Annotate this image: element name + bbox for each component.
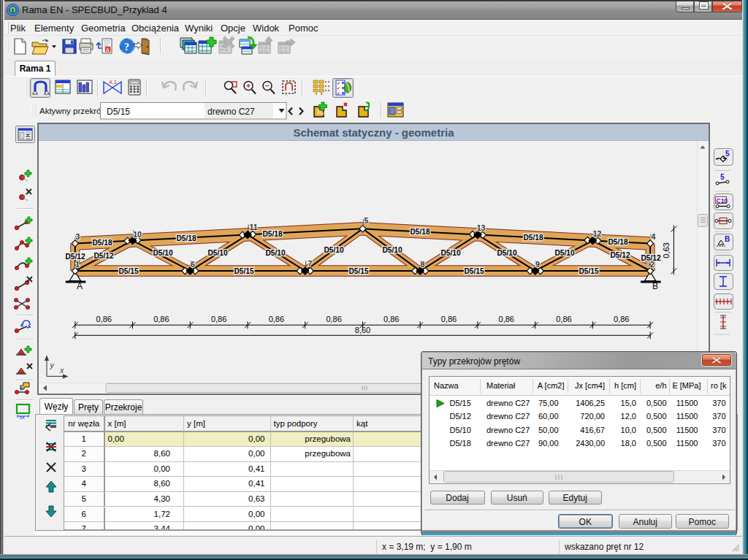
svg-text:0,86: 0,86 [614, 315, 629, 323]
svg-text:D5/10: D5/10 [497, 249, 517, 257]
svg-text:0,86: 0,86 [96, 315, 111, 323]
svg-text:4: 4 [652, 232, 656, 241]
svg-text:D5/12: D5/12 [94, 252, 114, 260]
svg-text:13: 13 [477, 223, 486, 232]
svg-text:4,1: 4,1 [109, 79, 118, 85]
svg-text:drewno C27: drewno C27 [207, 107, 255, 117]
svg-text:D5/15: D5/15 [464, 267, 484, 275]
svg-text:0,86: 0,86 [269, 315, 284, 323]
svg-text:1: 1 [75, 260, 80, 269]
svg-text:B: B [652, 281, 658, 291]
svg-text:5: 5 [725, 150, 730, 158]
svg-text:D5/10: D5/10 [265, 249, 286, 257]
svg-text:7: 7 [308, 259, 313, 268]
svg-text:0,86: 0,86 [441, 315, 457, 323]
svg-text:0,86: 0,86 [383, 315, 399, 323]
svg-text:0,86: 0,86 [326, 315, 341, 323]
svg-text:8,60: 8,60 [355, 326, 370, 334]
svg-text:6: 6 [191, 260, 195, 269]
svg-text:0,86: 0,86 [499, 315, 514, 323]
svg-text:Aktywny przekrój: Aktywny przekrój [39, 107, 103, 115]
svg-text:D5/10: D5/10 [324, 246, 344, 254]
svg-text:9: 9 [535, 260, 540, 269]
svg-text:x: x [59, 366, 64, 375]
svg-text:D5/10: D5/10 [440, 249, 461, 257]
svg-text:D5/15: D5/15 [348, 267, 369, 275]
svg-text:C10: C10 [717, 197, 728, 204]
svg-text:3: 3 [76, 232, 80, 241]
svg-text:D5/10: D5/10 [554, 249, 575, 257]
svg-text:D5/18: D5/18 [608, 238, 628, 246]
svg-text:D5/15: D5/15 [118, 267, 139, 275]
svg-text:12: 12 [593, 229, 602, 238]
svg-text:✔: ✔ [337, 81, 340, 85]
svg-text:0,86: 0,86 [153, 315, 169, 323]
svg-text:D5/18: D5/18 [523, 234, 543, 242]
svg-text:0,86: 0,86 [556, 315, 571, 323]
svg-text:D5/18: D5/18 [92, 239, 112, 247]
svg-text:A: A [77, 281, 83, 291]
svg-text:5: 5 [720, 173, 725, 181]
svg-text:D5/12: D5/12 [610, 251, 630, 259]
svg-text:D5/18: D5/18 [262, 230, 283, 238]
svg-text:D5/15: D5/15 [234, 267, 254, 275]
svg-text:0,86: 0,86 [211, 315, 226, 323]
svg-text:✔: ✔ [337, 86, 340, 91]
svg-text:5: 5 [365, 216, 369, 225]
svg-text:D5/18: D5/18 [410, 228, 430, 236]
svg-text:11: 11 [249, 223, 257, 231]
svg-text:8: 8 [421, 260, 425, 269]
svg-text:0,63: 0,63 [662, 242, 671, 258]
svg-text:2: 2 [650, 260, 654, 269]
svg-text:y: y [50, 361, 55, 369]
svg-text:D5/15: D5/15 [579, 267, 599, 275]
svg-text:A: A [106, 47, 110, 53]
svg-text:D5/10: D5/10 [382, 246, 402, 254]
svg-text:D5/15: D5/15 [107, 107, 130, 117]
svg-text:D5/10: D5/10 [207, 249, 228, 257]
svg-text:?: ? [124, 42, 129, 53]
svg-text:10: 10 [133, 230, 142, 239]
svg-text:✔: ✔ [337, 91, 340, 96]
svg-text:B: B [725, 235, 730, 243]
svg-text:D5/18: D5/18 [176, 234, 196, 242]
svg-text:D5/10: D5/10 [153, 249, 173, 257]
svg-text:bx: bx [20, 415, 26, 420]
